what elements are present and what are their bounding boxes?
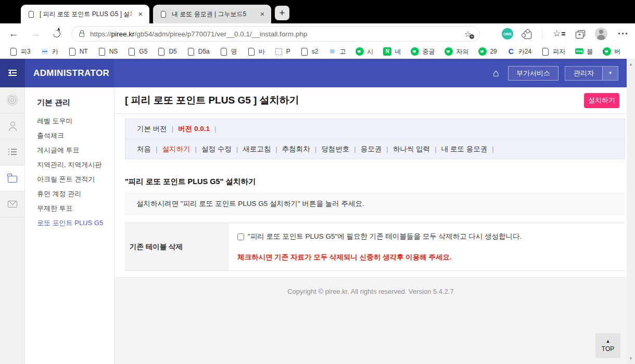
sidebar-icon-settings[interactable] (0, 87, 24, 113)
sidebar-menu-item[interactable]: 휴먼 계정 관리 (25, 187, 114, 201)
plugin-nav-link[interactable]: 응모권 (361, 145, 393, 153)
bookmark-item[interactable]: 바 (247, 47, 265, 56)
plugin-nav-link[interactable]: 당첨번호 (321, 145, 361, 153)
profile-avatar[interactable] (595, 28, 607, 40)
page-scrollbar[interactable]: ▲ ▼ (627, 59, 635, 364)
url-text: https://piree.kr/gb54/adm/piree/p770071/… (90, 30, 459, 38)
scroll-to-top-button[interactable]: ▲ TOP (595, 333, 620, 358)
sidebar-icon-plugins[interactable] (0, 165, 24, 191)
tab-list: [ 피리 로또 포인트 PLUS G5 ] 설치하기 내 로또 응모권 | 그누… (21, 5, 271, 23)
bookmark-favicon (478, 47, 487, 56)
refresh-icon[interactable] (52, 29, 62, 39)
checkbox-label[interactable]: "피리 로또 포인트 PLUS G5"에 필요한 기존 테이블들을 모두 삭제하… (248, 232, 522, 241)
bookmark-item[interactable]: 시 (355, 47, 373, 56)
browser-toolbar: ← → https://piree.kr/gb54/adm/piree/p770… (0, 23, 635, 44)
sidebar-icon-rail (0, 87, 25, 364)
bookmark-item[interactable]: 피3 (9, 47, 31, 56)
add-favorite-icon[interactable]: + (459, 27, 477, 41)
scroll-up-icon[interactable]: ▲ (627, 62, 635, 67)
sidebar-menu-item[interactable]: 무제한 투표 (25, 201, 114, 216)
bookmark-item[interactable]: 자의 (444, 47, 468, 56)
bookmark-item[interactable]: NS (98, 47, 118, 56)
bookmark-item[interactable]: 중글 (411, 47, 435, 56)
new-tab-button[interactable] (275, 6, 289, 20)
bookmark-item[interactable]: 카24 (507, 47, 531, 56)
plugin-nav-link[interactable]: 새로고침 (243, 145, 282, 153)
sidebar-menu-item[interactable]: 게시글에 투표 (25, 143, 114, 158)
bookmark-item[interactable]: 29 (478, 47, 497, 56)
folder-icon (8, 176, 17, 183)
sidebar-section-title[interactable]: 기본 관리 (25, 87, 114, 114)
sidebar-menu-item[interactable]: 로또 포인트 PLUS G5 (25, 216, 114, 230)
sidebar-menu-item[interactable]: 레벨 도우미 (25, 114, 114, 128)
address-bar[interactable]: https://piree.kr/gb54/adm/piree/p770071/… (71, 26, 480, 42)
bookmark-item[interactable]: P (275, 47, 290, 56)
account-menu[interactable]: 관리자 (565, 66, 618, 81)
bookmark-label: 카 (52, 47, 58, 56)
copyright-text: Copyright © piree.kr. All rights reserve… (115, 278, 627, 295)
plugin-nav-link[interactable]: 설치하기 (162, 145, 202, 153)
bookmarks-overflow-chevron-icon[interactable] (599, 45, 609, 58)
bookmark-favicon (541, 47, 550, 56)
bookmark-item[interactable]: s2 (300, 47, 319, 56)
bookmark-item[interactable]: 고 (328, 47, 346, 56)
account-name[interactable]: 관리자 (565, 67, 602, 80)
bookmark-favicon (383, 47, 391, 56)
bookmark-item[interactable]: 카 (41, 47, 58, 56)
tab-title: [ 피리 로또 포인트 PLUS G5 ] 설치하기 (40, 10, 132, 19)
collections-icon[interactable] (576, 30, 585, 38)
chevron-down-icon[interactable] (602, 67, 618, 80)
install-instruction: 설치하시려면 "피리 로또 포인트 PLUS G5 설치하기" 버튼을 눌러 주… (125, 192, 625, 216)
bookmark-favicon (128, 47, 136, 56)
browser-tab[interactable]: 내 로또 응모권 | 그누보드5 (153, 5, 271, 23)
plugin-nav-link[interactable]: 추첨회차 (282, 145, 322, 153)
bookmark-item[interactable]: D5a (187, 47, 210, 56)
bookmark-item[interactable]: 명 (220, 47, 237, 56)
bookmark-label: 명 (231, 47, 237, 56)
favorites-icon[interactable] (553, 29, 565, 39)
one-extension-icon[interactable]: ONE (502, 28, 513, 40)
version-row: 기본 버전버전 0.0.1 (125, 119, 625, 139)
bookmark-item[interactable]: 피자 (541, 47, 565, 56)
bookmark-favicon (507, 47, 515, 56)
delete-tables-option[interactable]: "피리 로또 포인트 PLUS G5"에 필요한 기존 테이블들을 모두 삭제하… (237, 232, 625, 241)
bookmark-item[interactable]: 블 (575, 47, 593, 56)
admin-header: ADMINISTRATOR 부가서비스 관리자 (0, 59, 627, 87)
bookmark-item[interactable]: 네 (383, 47, 401, 56)
close-icon[interactable] (258, 9, 267, 19)
forward-icon[interactable]: → (29, 28, 42, 40)
home-icon[interactable] (490, 67, 502, 79)
bookmark-favicon (444, 47, 453, 56)
bookmark-label: 29 (490, 48, 497, 55)
browser-tab[interactable]: [ 피리 로또 포인트 PLUS G5 ] 설치하기 (21, 5, 149, 23)
bookmark-label: 중글 (422, 47, 435, 56)
sidebar: 기본 관리 레벨 도우미출석체크게시글에 투표지역관리, 지역게시판아크릴 폰트… (25, 87, 115, 364)
sidebar-icon-board[interactable] (0, 139, 24, 165)
plugin-nav-link[interactable]: 하나씩 입력 (393, 145, 441, 153)
install-button[interactable]: 설치하기 (584, 93, 619, 108)
plugin-nav-link[interactable]: 처음 (137, 145, 162, 153)
bookmark-favicon (328, 47, 336, 56)
plugin-nav-link[interactable]: 설정 수정 (201, 145, 243, 153)
close-icon[interactable] (136, 9, 145, 19)
sidebar-menu-item[interactable]: 출석체크 (25, 128, 114, 143)
sidebar-icon-mail[interactable] (0, 191, 24, 217)
more-menu-icon[interactable] (618, 29, 629, 40)
bookmark-favicon (68, 47, 77, 56)
bookmark-label: 버 (614, 47, 620, 56)
sidebar-icon-members[interactable] (0, 113, 24, 139)
sidebar-collapse-button[interactable] (0, 59, 25, 87)
bookmark-item[interactable]: NT (68, 47, 88, 56)
scroll-down-icon[interactable]: ▼ (627, 356, 635, 361)
bookmark-item[interactable]: D5 (157, 47, 176, 56)
plugin-nav-link[interactable]: 내 로또 응모권 (441, 145, 499, 153)
back-icon[interactable]: ← (7, 28, 20, 40)
sidebar-menu-item[interactable]: 지역관리, 지역게시판 (25, 158, 114, 172)
extensions-icon[interactable] (524, 31, 531, 39)
up-arrow-icon: ▲ (606, 339, 611, 344)
sidebar-menu-item[interactable]: 아크릴 폰트 견적기 (25, 172, 114, 187)
addon-services-button[interactable]: 부가서비스 (508, 66, 558, 81)
delete-tables-checkbox[interactable] (237, 233, 244, 240)
tab-strip: [ 피리 로또 포인트 PLUS G5 ] 설치하기 내 로또 응모권 | 그누… (0, 0, 635, 23)
bookmark-item[interactable]: G5 (128, 47, 147, 56)
